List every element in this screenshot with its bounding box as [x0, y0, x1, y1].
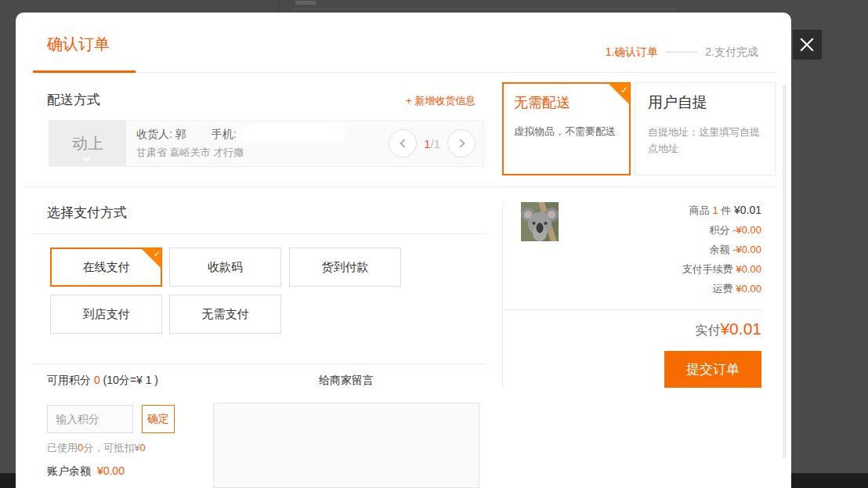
phone-label: 手机:	[212, 128, 237, 140]
order-summary-lines: 商品 1 件 ¥0.01 积分 -¥0.00 余额 -¥0.00 支付手续费 ¥…	[564, 201, 761, 298]
shipping-option-desc: 自提地址：这里填写自提点地址	[648, 124, 762, 157]
payment-method-label: 到店支付	[83, 307, 130, 322]
check-icon: ✓	[620, 85, 628, 96]
section-divider	[31, 363, 486, 364]
total-label: 实付	[695, 324, 720, 337]
payment-method-label: 在线支付	[83, 260, 130, 275]
submit-order-button[interactable]: 提交订单	[664, 351, 761, 388]
payment-method-instore[interactable]: 到店支付	[50, 295, 162, 334]
close-button[interactable]	[793, 30, 822, 60]
points-used-line: 已使用0分，可抵扣¥0	[47, 441, 146, 455]
address-region: 甘肃省 嘉峪关市 才行撒	[136, 146, 342, 160]
payment-method-none[interactable]: 无需支付	[169, 295, 281, 334]
available-points-value: 0	[94, 374, 100, 386]
summary-row-product: 商品 1 件 ¥0.01	[564, 201, 761, 220]
payment-section-title: 选择支付方式	[47, 204, 127, 222]
shipping-option-title: 无需配送	[514, 93, 619, 112]
payment-method-online[interactable]: 在线支付 ✓	[50, 248, 162, 287]
background-divider	[294, 9, 678, 9]
address-tag-label: 动上	[72, 133, 103, 154]
selected-corner-badge: ✓	[608, 83, 630, 105]
checkout-steps: 1.确认订单2.支付完成	[606, 45, 758, 60]
receiver-label: 收货人:	[136, 128, 172, 140]
merchant-message-label: 给商家留言	[213, 374, 479, 388]
product-thumbnail	[521, 202, 559, 241]
background-divider	[278, 0, 279, 13]
payment-method-qrcode[interactable]: 收款码	[169, 248, 281, 287]
summary-vertical-divider	[502, 202, 503, 388]
confirm-order-modal: 确认订单 1.确认订单2.支付完成 配送方式 + 新增收货信息 动上 收货人: …	[16, 13, 791, 488]
chevron-right-icon	[456, 139, 465, 147]
summary-row-shipping: 运费 ¥0.00	[564, 279, 761, 298]
step-confirm-order: 1.确认订单	[606, 45, 659, 58]
receiver-name: 郭	[175, 128, 186, 140]
background-text-remnant	[295, 1, 316, 5]
phone-number-redacted	[242, 128, 342, 141]
account-balance-value: ¥0.00	[97, 465, 125, 477]
address-card[interactable]: 动上 收货人: 郭 手机: 甘肃省 嘉峪关市 才行撒 1/1	[49, 120, 484, 167]
step-payment-complete: 2.支付完成	[705, 45, 758, 58]
modal-scrollbar[interactable]	[783, 85, 787, 458]
steps-divider	[666, 52, 697, 52]
selected-corner-badge: ✓	[141, 248, 161, 269]
summary-row-balance: 余额 -¥0.00	[564, 240, 761, 259]
next-address-button[interactable]	[447, 129, 476, 157]
shipping-option-pickup[interactable]: 用户自提 自提地址：这里填写自提点地址	[635, 82, 776, 175]
check-icon: ✓	[154, 249, 161, 259]
address-info: 收货人: 郭 手机: 甘肃省 嘉峪关市 才行撒	[126, 121, 342, 166]
address-tag-dropdown[interactable]: 动上	[49, 121, 126, 166]
payment-method-label: 收款码	[208, 260, 243, 275]
section-divider	[24, 186, 776, 187]
payment-method-label: 无需支付	[202, 307, 249, 322]
shipping-option-title: 用户自提	[648, 92, 762, 113]
shipping-option-no-delivery[interactable]: 无需配送 虚拟物品，不需要配送 ✓	[502, 82, 631, 175]
available-points-label: 可用积分 0 (10分=¥ 1 )	[47, 374, 158, 388]
chevron-down-icon	[83, 154, 91, 162]
delivery-section-title: 配送方式	[47, 91, 100, 109]
total-value: ¥0.01	[720, 320, 761, 338]
total-line: 实付¥0.01	[564, 320, 761, 339]
summary-row-fee: 支付手续费 ¥0.00	[564, 259, 761, 279]
add-address-link[interactable]: + 新增收货信息	[406, 94, 476, 108]
prev-address-button[interactable]	[389, 129, 417, 157]
merchant-message-textarea[interactable]	[213, 403, 479, 488]
page-title: 确认订单	[47, 34, 110, 55]
account-balance-label: 账户余额	[47, 465, 91, 477]
header-divider	[33, 72, 774, 73]
payment-title-divider	[31, 233, 486, 234]
payment-method-cod[interactable]: 货到付款	[289, 248, 401, 287]
summary-divider	[504, 309, 761, 310]
summary-row-points: 积分 -¥0.00	[564, 220, 761, 240]
header-divider-accent	[33, 70, 136, 73]
account-balance: 账户余额 ¥0.00	[47, 465, 125, 479]
shipping-option-desc: 虚拟物品，不需要配送	[514, 123, 619, 139]
points-input[interactable]	[47, 405, 133, 433]
pager-count: 1/1	[424, 137, 440, 150]
address-pager: 1/1	[389, 129, 476, 157]
payment-method-label: 货到付款	[322, 260, 369, 275]
points-confirm-button[interactable]: 确定	[142, 405, 175, 433]
chevron-left-icon	[400, 139, 408, 147]
